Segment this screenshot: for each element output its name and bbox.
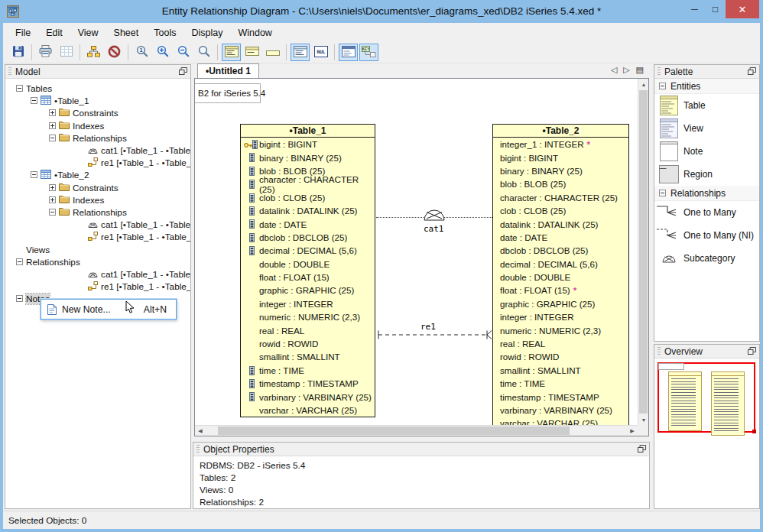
- entity-row[interactable]: binary : BINARY (25): [241, 151, 375, 164]
- palette-item-region[interactable]: Region: [654, 163, 759, 186]
- entity-row[interactable]: rowid : ROWID: [241, 337, 375, 350]
- entity-row[interactable]: double : DOUBLE: [241, 258, 375, 271]
- menu-sheet[interactable]: Sheet: [106, 24, 147, 41]
- scroll-up-arrow[interactable]: ▲: [638, 79, 649, 89]
- collapse-box[interactable]: [49, 207, 56, 218]
- tree-item-tables[interactable]: Tables: [5, 83, 190, 95]
- zoom-tool-button[interactable]: [194, 44, 213, 61]
- collapse-box[interactable]: [659, 81, 666, 92]
- palette-item-one-to-many[interactable]: One to Many: [654, 201, 759, 224]
- tree-item-table-2[interactable]: •Table_2: [5, 169, 190, 181]
- subcategory-symbol[interactable]: [423, 208, 446, 223]
- zoom-actual-button[interactable]: 1: [132, 44, 151, 61]
- entity-row[interactable]: decimal : DECIMAL (5,6): [493, 258, 628, 271]
- entity-row[interactable]: blob : BLOB (25): [493, 177, 628, 190]
- palette-item-one-to-many-ni[interactable]: One to Many (NI): [654, 224, 759, 247]
- entity-row[interactable]: dbclob : DBCLOB (25): [241, 231, 375, 244]
- entity-row[interactable]: decimal : DECIMAL (5,6): [241, 244, 375, 257]
- auto-layout-button[interactable]: [84, 44, 103, 61]
- float-panel-button[interactable]: [179, 66, 187, 77]
- entity-row[interactable]: integer_1 : INTEGER*: [493, 138, 628, 151]
- collapse-box[interactable]: [31, 170, 37, 180]
- entity-row[interactable]: clob : CLOB (25): [241, 191, 375, 204]
- palette-item-view[interactable]: View: [654, 117, 759, 140]
- panel-grip[interactable]: [657, 67, 661, 76]
- entity-row[interactable]: date : DATE: [241, 217, 375, 230]
- entity-row[interactable]: rowid : ROWID: [493, 350, 628, 363]
- display-attributes-toggle[interactable]: [222, 44, 241, 61]
- horizontal-scrollbar-thumb[interactable]: [218, 427, 570, 435]
- panel-grip[interactable]: [657, 347, 661, 356]
- save-button[interactable]: [8, 44, 28, 61]
- display-primary-key-toggle[interactable]: [242, 44, 261, 61]
- expand-box[interactable]: [49, 121, 56, 131]
- tab-untitled-1[interactable]: •Untitled 1: [197, 63, 259, 78]
- entity-row[interactable]: character : CHARACTER (25): [493, 191, 628, 204]
- entity-row[interactable]: time : TIME: [241, 364, 375, 377]
- palette-item-subcategory[interactable]: Subcategory: [654, 247, 759, 270]
- menu-tools[interactable]: Tools: [146, 24, 183, 41]
- print-button[interactable]: [36, 44, 55, 61]
- relationship-line-re1[interactable]: [376, 329, 492, 343]
- palette-section-relationships[interactable]: Relationships: [654, 186, 759, 201]
- tree-item-relationships[interactable]: Relationships: [5, 256, 190, 268]
- collapse-box[interactable]: [16, 257, 23, 268]
- entity-row[interactable]: varbinary : VARBINARY (25): [493, 404, 628, 417]
- show-columns-toggle[interactable]: [291, 44, 310, 61]
- minimize-button[interactable]: ─: [684, 0, 705, 18]
- entity-row[interactable]: smallint : SMALLINT: [241, 350, 375, 363]
- palette-item-table[interactable]: Table: [654, 94, 759, 117]
- entity-row[interactable]: bigint : BIGINT: [493, 151, 628, 164]
- zoom-in-button[interactable]: [153, 44, 172, 61]
- entity-row[interactable]: varchar : VARCHAR (25): [493, 417, 628, 425]
- show-window-toggle[interactable]: [339, 44, 358, 61]
- scroll-right-arrow[interactable]: ▶: [627, 426, 638, 436]
- maximize-button[interactable]: □: [705, 0, 726, 18]
- tab-list-button[interactable]: ▤: [636, 65, 644, 75]
- tree-item-indexes[interactable]: Indexes: [5, 120, 190, 132]
- tab-scroll-left-button[interactable]: ◁: [611, 65, 617, 75]
- scroll-down-arrow[interactable]: ▼: [638, 414, 649, 425]
- panel-grip[interactable]: [8, 67, 11, 76]
- entity-row[interactable]: graphic : GRAPHIC (25): [241, 284, 375, 297]
- tree-item-relationships[interactable]: Relationships: [5, 132, 190, 144]
- entity-row[interactable]: numeric : NUMERIC (2,3): [241, 310, 375, 323]
- entity-row[interactable]: binary : BINARY (25): [493, 164, 628, 177]
- entity-row[interactable]: time : TIME: [493, 377, 628, 390]
- menu-window[interactable]: Window: [230, 24, 279, 41]
- menu-file[interactable]: File: [8, 24, 38, 41]
- expand-box[interactable]: [49, 195, 56, 206]
- entity-row[interactable]: datalink : DATALINK (25): [241, 204, 375, 217]
- show-nullability-toggle[interactable]: NUL: [311, 44, 330, 61]
- collapse-box[interactable]: [16, 294, 23, 304]
- tree-item-views[interactable]: Views: [5, 243, 190, 255]
- tree-item-cat1-table-1-table-2[interactable]: cat1 [•Table_1 - •Table_2]: [5, 144, 190, 157]
- overview-viewport-rect[interactable]: [657, 362, 755, 433]
- entity-row[interactable]: dbclob : DBCLOB (25): [493, 244, 628, 257]
- diagram-canvas[interactable]: B2 for iSeries 5.4 •Table_1bigint : BIGI…: [195, 79, 638, 425]
- zoom-out-button[interactable]: [174, 44, 193, 61]
- entity-row[interactable]: timestamp : TIMESTAMP: [241, 377, 375, 390]
- entity-row[interactable]: character : CHARACTER (25): [241, 177, 375, 190]
- menu-display[interactable]: Display: [183, 24, 230, 41]
- entity-row[interactable]: double : DOUBLE: [493, 271, 628, 284]
- show-keys-toggle[interactable]: KEY: [359, 44, 378, 61]
- collapse-box[interactable]: [16, 83, 23, 94]
- vertical-scrollbar-thumb[interactable]: [639, 90, 648, 414]
- entity-table_2[interactable]: •Table_2integer_1 : INTEGER*bigint : BIG…: [492, 124, 629, 425]
- entity-row[interactable]: clob : CLOB (25): [493, 204, 628, 217]
- collapse-box[interactable]: [659, 188, 666, 199]
- horizontal-scrollbar[interactable]: ◀ ▶: [195, 425, 638, 436]
- tree-item-constraints[interactable]: Constraints: [5, 107, 190, 119]
- expand-box[interactable]: [49, 108, 56, 118]
- entity-row[interactable]: real : REAL: [493, 337, 628, 350]
- page-setup-button[interactable]: [57, 44, 76, 61]
- tab-scroll-right-button[interactable]: ▷: [623, 65, 629, 75]
- menu-view[interactable]: View: [70, 24, 106, 41]
- entity-row[interactable]: float : FLOAT (15)*: [493, 284, 628, 297]
- entity-row[interactable]: graphic : GRAPHIC (25): [493, 297, 628, 310]
- entity-row[interactable]: date : DATE: [493, 231, 628, 244]
- float-panel-button[interactable]: [638, 444, 646, 455]
- entity-row[interactable]: varchar : VARCHAR (25): [241, 404, 375, 417]
- vertical-scrollbar[interactable]: ▲ ▼: [638, 79, 648, 425]
